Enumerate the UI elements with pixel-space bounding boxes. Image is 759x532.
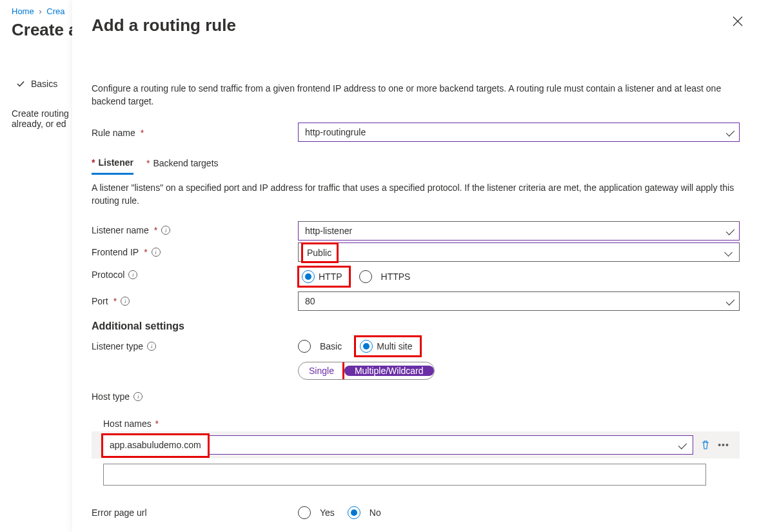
chevron-right-icon: › <box>39 6 41 16</box>
error-page-yes-label: Yes <box>320 507 335 518</box>
hostname-input-blank[interactable] <box>103 464 706 486</box>
error-page-url-label: Error page url <box>92 507 147 518</box>
more-icon[interactable]: ••• <box>718 440 729 450</box>
error-page-yes-radio[interactable] <box>298 506 311 519</box>
info-icon[interactable]: i <box>161 226 170 235</box>
tab-listener[interactable]: * Listener <box>92 153 133 175</box>
required-icon: * <box>141 128 144 138</box>
info-icon[interactable]: i <box>152 248 161 257</box>
hostname-input[interactable]: app.asabuludemo.com <box>103 435 693 455</box>
listener-type-multi-radio[interactable] <box>360 340 373 353</box>
required-icon: * <box>146 158 150 168</box>
host-type-multiple-pill[interactable]: Multiple/Wildcard <box>344 366 434 376</box>
wizard-step-label: Basics <box>31 79 57 89</box>
add-routing-rule-panel: Add a routing rule Configure a routing r… <box>72 0 759 532</box>
frontend-ip-value: Public <box>307 244 335 262</box>
tab-backend-label: Backend targets <box>153 158 218 168</box>
host-type-label: Host type <box>92 391 130 402</box>
port-label: Port <box>92 296 108 306</box>
protocol-https-radio[interactable] <box>359 270 372 283</box>
frontend-ip-label: Frontend IP <box>92 247 139 257</box>
host-type-pill-group: Single Multiple/Wildcard <box>298 362 435 380</box>
protocol-http-label: HTTP <box>319 271 342 282</box>
protocol-label: Protocol <box>92 270 124 280</box>
hostname-value: app.asabuludemo.com <box>103 435 208 456</box>
error-page-no-radio[interactable] <box>348 506 360 519</box>
info-icon[interactable]: i <box>128 270 137 279</box>
listener-type-basic-label: Basic <box>320 341 342 351</box>
listener-type-basic-radio[interactable] <box>298 340 311 353</box>
host-names-label: Host names <box>103 419 152 429</box>
delete-icon[interactable] <box>700 440 711 450</box>
listener-type-multi-label: Multi site <box>377 341 412 351</box>
host-type-single-pill[interactable]: Single <box>299 362 344 379</box>
listener-description: A listener "listens" on a specified port… <box>92 181 740 208</box>
frontend-ip-select[interactable]: Public <box>298 242 740 262</box>
breadcrumb-home[interactable]: Home <box>12 6 34 16</box>
panel-description: Configure a routing rule to send traffic… <box>92 82 740 108</box>
info-icon[interactable]: i <box>147 342 156 351</box>
tab-backend-targets[interactable]: * Backend targets <box>146 153 219 175</box>
required-icon: * <box>92 157 95 168</box>
required-icon: * <box>155 419 159 429</box>
listener-type-label: Listener type <box>92 341 143 351</box>
protocol-http-radio[interactable] <box>302 270 315 283</box>
close-button[interactable] <box>731 14 745 28</box>
listener-name-label: Listener name <box>92 225 149 235</box>
error-page-no-label: No <box>370 507 381 518</box>
info-icon[interactable]: i <box>133 392 143 401</box>
listener-name-input[interactable]: http-listener <box>298 221 740 241</box>
required-icon: * <box>113 296 117 306</box>
info-icon[interactable]: i <box>121 297 130 306</box>
rule-name-label: Rule name <box>92 128 135 138</box>
hostname-row: app.asabuludemo.com ••• <box>92 431 740 458</box>
breadcrumb-create[interactable]: Crea <box>46 6 64 16</box>
required-icon: * <box>144 247 147 257</box>
rule-name-input[interactable]: http-routingrule <box>298 123 740 142</box>
required-icon: * <box>154 225 157 235</box>
panel-title: Add a routing rule <box>92 15 740 35</box>
tab-listener-label: Listener <box>98 157 133 168</box>
additional-settings-heading: Additional settings <box>92 320 740 332</box>
protocol-https-label: HTTPS <box>381 271 411 282</box>
port-input[interactable]: 80 <box>298 291 740 311</box>
